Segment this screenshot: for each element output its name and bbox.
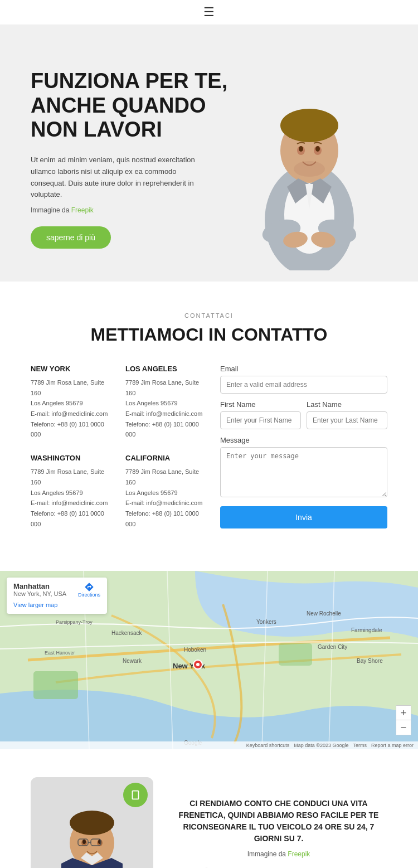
- office-name: WASHINGTON: [31, 454, 114, 462]
- cta-section: CI RENDIAMO CONTO CHE CONDUCI UNA VITA F…: [0, 749, 418, 868]
- office-email: E-mail: info@mediclinic.com: [31, 498, 114, 508]
- cta-description: CI RENDIAMO CONTO CHE CONDUCI UNA VITA F…: [170, 798, 387, 845]
- map-terms-link[interactable]: Terms: [353, 743, 367, 748]
- office-california: CALIFORNIA 7789 Jim Rosa Lane, Suite 160…: [125, 454, 209, 529]
- last-name-label: Last Name: [307, 400, 387, 409]
- directions-icon: [84, 582, 94, 592]
- offices-column: NEW YORK 7789 Jim Rosa Lane, Suite 160 L…: [31, 365, 209, 543]
- zoom-out-button[interactable]: −: [396, 720, 411, 735]
- office-address: 7789 Jim Rosa Lane, Suite 160 Los Angele…: [125, 377, 209, 409]
- office-email: E-mail: info@mediclinic.com: [125, 409, 209, 419]
- offices-row-1: NEW YORK 7789 Jim Rosa Lane, Suite 160 L…: [31, 365, 209, 440]
- svg-text:Hoboken: Hoboken: [184, 647, 206, 653]
- contact-section-label: CONTATTACI: [31, 312, 387, 319]
- contact-section-title: METTIAMOCI IN CONTATTO: [31, 324, 387, 345]
- first-name-input[interactable]: [220, 411, 301, 429]
- svg-text:Parsippany-Troy: Parsippany-Troy: [56, 619, 93, 625]
- last-name-group: Last Name: [307, 400, 387, 436]
- svg-text:Garden City: Garden City: [318, 644, 347, 650]
- svg-text:East Hanover: East Hanover: [45, 650, 75, 656]
- learn-more-button[interactable]: saperne di più: [31, 226, 111, 249]
- svg-point-36: [70, 811, 114, 835]
- office-new-york: NEW YORK 7789 Jim Rosa Lane, Suite 160 L…: [31, 365, 114, 440]
- cta-content: CI RENDIAMO CONTO CHE CONDUCI UNA VITA F…: [170, 798, 387, 868]
- hero-section: FUNZIONA PER TE, ANCHE QUANDO NON LAVORI…: [0, 25, 418, 282]
- svg-text:New Rochelle: New Rochelle: [307, 610, 341, 617]
- office-address: 7789 Jim Rosa Lane, Suite 160 Los Angele…: [31, 377, 114, 409]
- map-zoom-controls: + −: [396, 705, 411, 735]
- hero-content: FUNZIONA PER TE, ANCHE QUANDO NON LAVORI…: [31, 69, 387, 249]
- map-keyboard-shortcuts[interactable]: Keyboard shortcuts: [246, 743, 290, 748]
- map-section[interactable]: New York Yonkers New Rochelle Hackensack…: [0, 571, 418, 749]
- view-larger-map-link[interactable]: View larger map: [13, 602, 57, 608]
- svg-rect-17: [279, 643, 312, 666]
- svg-point-31: [196, 663, 200, 666]
- office-address: 7789 Jim Rosa Lane, Suite 160 Los Angele…: [125, 467, 209, 498]
- map-footer: Keyboard shortcuts Map data ©2023 Google…: [0, 741, 418, 749]
- svg-text:Yonkers: Yonkers: [256, 619, 276, 625]
- map-info-card: Manhattan New York, NY, USA View larger …: [7, 578, 107, 614]
- offices-row-2: WASHINGTON 7789 Jim Rosa Lane, Suite 160…: [31, 454, 209, 529]
- name-row: First Name Last Name: [220, 400, 387, 436]
- office-phone: Telefono: +88 (0) 101 0000 000: [125, 508, 209, 529]
- office-email: E-mail: info@mediclinic.com: [125, 498, 209, 508]
- submit-button[interactable]: Invia: [220, 506, 387, 528]
- contact-grid: NEW YORK 7789 Jim Rosa Lane, Suite 160 L…: [31, 365, 387, 543]
- freepik-link[interactable]: Freepik: [71, 206, 94, 214]
- map-data-copyright: Map data ©2023 Google: [294, 743, 348, 748]
- office-name: CALIFORNIA: [125, 454, 209, 462]
- office-washington: WASHINGTON 7789 Jim Rosa Lane, Suite 160…: [31, 454, 114, 529]
- hamburger-icon[interactable]: ☰: [203, 5, 215, 20]
- phone-badge: [123, 783, 148, 807]
- contact-section: CONTATTACI METTIAMOCI IN CONTATTO NEW YO…: [0, 282, 418, 571]
- cta-image-wrap: [31, 777, 153, 868]
- contact-form: Email First Name Last Name Message Invia: [220, 365, 387, 543]
- navigation: ☰: [0, 0, 418, 25]
- cta-image-credit: Immagine da Freepik: [170, 850, 387, 858]
- first-name-label: First Name: [220, 400, 301, 409]
- hero-description: Ut enim ad minim veniam, quis nostrud ex…: [31, 154, 209, 201]
- svg-rect-16: [33, 671, 78, 699]
- office-address: 7789 Jim Rosa Lane, Suite 160 Los Angele…: [31, 467, 114, 498]
- zoom-in-button[interactable]: +: [396, 706, 411, 720]
- svg-text:Bay Shore: Bay Shore: [357, 658, 383, 664]
- directions-label[interactable]: Directions: [78, 592, 100, 598]
- office-los-angeles: LOS ANGELES 7789 Jim Rosa Lane, Suite 16…: [125, 365, 209, 440]
- hero-title: FUNZIONA PER TE, ANCHE QUANDO NON LAVORI: [31, 69, 387, 142]
- svg-text:Newark: Newark: [123, 658, 142, 664]
- message-label: Message: [220, 436, 387, 444]
- email-label: Email: [220, 365, 387, 373]
- svg-text:Farmingdale: Farmingdale: [351, 627, 382, 633]
- office-phone: Telefono: +88 (0) 101 0000 000: [31, 419, 114, 440]
- map-location-name: Manhattan: [13, 582, 66, 590]
- office-name: LOS ANGELES: [125, 365, 209, 373]
- office-name: NEW YORK: [31, 365, 114, 373]
- hero-image-credit: Immagine da Freepik: [31, 206, 387, 214]
- map-report-link[interactable]: Report a map error: [371, 743, 414, 748]
- first-name-group: First Name: [220, 400, 301, 436]
- map-location-sub: New York, NY, USA: [13, 590, 66, 597]
- message-input[interactable]: [220, 447, 387, 497]
- office-phone: Telefono: +88 (0) 101 0000 000: [31, 508, 114, 529]
- office-email: E-mail: info@mediclinic.com: [31, 409, 114, 419]
- svg-text:Hackensack: Hackensack: [111, 630, 142, 636]
- svg-point-39: [82, 840, 86, 844]
- last-name-input[interactable]: [307, 411, 387, 429]
- office-phone: Telefono: +88 (0) 101 0000 000: [125, 419, 209, 440]
- cta-freepik-link[interactable]: Freepik: [288, 850, 310, 858]
- phone-icon: [129, 789, 142, 801]
- email-input[interactable]: [220, 376, 387, 394]
